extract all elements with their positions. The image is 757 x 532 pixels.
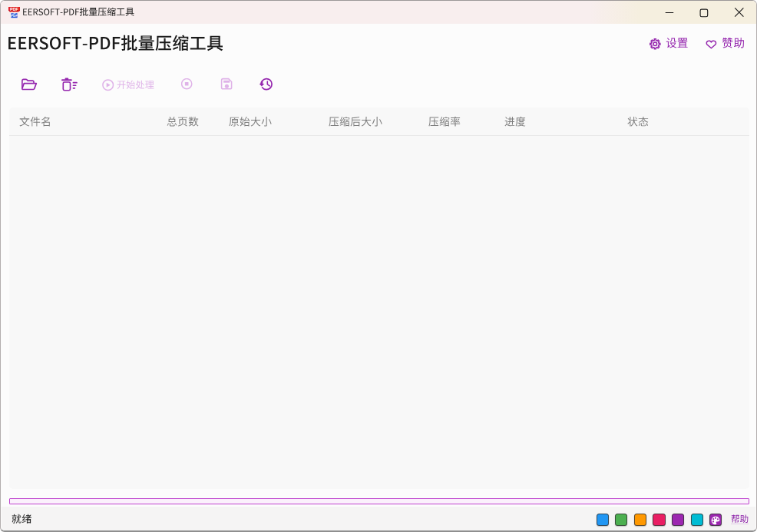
svg-text:PDF: PDF	[11, 14, 18, 18]
svg-text:PDF: PDF	[10, 7, 18, 12]
